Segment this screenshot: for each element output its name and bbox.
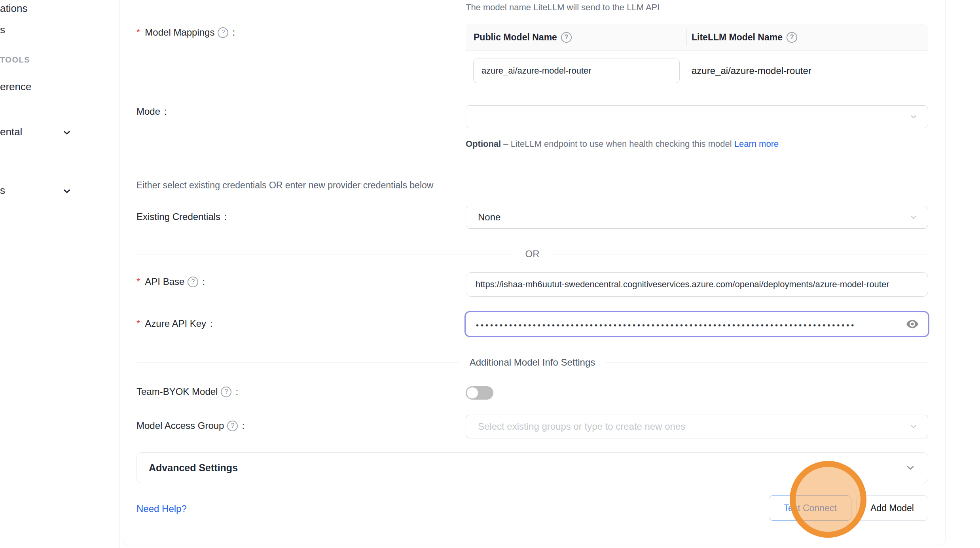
mode-label: Mode: (136, 106, 167, 117)
test-connect-button[interactable]: Test Connect (769, 495, 851, 521)
existing-credentials-label: Existing Credentials: (136, 211, 227, 222)
chevron-down-icon (909, 422, 918, 431)
need-help-link[interactable]: Need Help? (136, 503, 187, 514)
header-divider (686, 28, 687, 46)
sidebar: ations s TOOLS erence ental s (0, 0, 120, 548)
model-access-group-label: Model Access Group ? : (136, 420, 245, 431)
mode-help-text: Optional – LiteLLM endpoint to use when … (466, 136, 806, 152)
sidebar-section-tools: TOOLS (0, 55, 30, 64)
add-model-form-page: ations s TOOLS erence ental s The model … (0, 0, 980, 548)
help-icon[interactable]: ? (218, 27, 228, 38)
sidebar-item-label: ations (0, 2, 27, 14)
api-base-input[interactable]: https://ishaa-mh6uutut-swedencentral.cog… (466, 272, 928, 297)
azure-api-key-input[interactable]: ••••••••••••••••••••••••••••••••••••••••… (464, 311, 929, 337)
chevron-down-icon[interactable] (62, 186, 72, 196)
help-icon[interactable]: ? (787, 32, 797, 43)
model-access-group-select[interactable]: Select existing groups or type to create… (466, 415, 928, 438)
litellm-model-name-header: LiteLLM Model Name ? (692, 24, 797, 51)
chevron-down-icon (905, 462, 916, 473)
api-base-label: * API Base ? : (136, 276, 205, 287)
sidebar-item-2[interactable]: s (0, 24, 5, 36)
sidebar-item-4[interactable]: ental (0, 126, 22, 138)
help-icon[interactable]: ? (561, 32, 572, 43)
team-byok-toggle[interactable] (466, 386, 493, 400)
team-byok-label: Team-BYOK Model ? : (136, 386, 238, 397)
sidebar-item-3[interactable]: erence (0, 81, 32, 93)
required-asterisk: * (136, 27, 140, 38)
model-mappings-table: Public Model Name ? LiteLLM Model Name ?… (466, 24, 928, 90)
sidebar-item-label: s (0, 184, 5, 196)
chevron-down-icon (909, 212, 918, 222)
sidebar-item-label: erence (0, 81, 32, 93)
toggle-knob (467, 387, 478, 398)
azure-api-key-label: * Azure API Key : (136, 318, 213, 329)
existing-credentials-value: None (478, 212, 909, 223)
sidebar-item-label: ental (0, 126, 22, 138)
litellm-model-name-value: azure_ai/azure-model-router (692, 59, 811, 83)
table-row-border (466, 90, 928, 90)
required-asterisk: * (136, 318, 140, 329)
additional-info-divider: Additional Model Info Settings (136, 357, 928, 368)
chevron-down-icon (909, 112, 918, 121)
advanced-settings-title: Advanced Settings (149, 462, 905, 474)
or-divider: OR (136, 248, 928, 260)
model-access-group-placeholder: Select existing groups or type to create… (478, 421, 909, 432)
help-icon[interactable]: ? (221, 387, 231, 397)
public-model-name-input[interactable]: azure_ai/azure-model-router (473, 59, 680, 83)
sidebar-item-label: s (0, 24, 5, 36)
credentials-note: Either select existing credentials OR en… (136, 180, 433, 191)
sidebar-item-5[interactable]: s (0, 184, 5, 197)
public-model-name-header: Public Model Name ? (474, 24, 572, 51)
add-model-button[interactable]: Add Model (856, 495, 928, 521)
sidebar-item-1[interactable]: ations (0, 2, 27, 15)
model-name-helper-text: The model name LiteLLM will send to the … (466, 2, 660, 13)
masked-password-value: ••••••••••••••••••••••••••••••••••••••••… (476, 319, 905, 329)
learn-more-link[interactable]: Learn more (734, 139, 779, 149)
required-asterisk: * (136, 276, 140, 287)
optional-label: Optional (466, 139, 501, 149)
table-header-row: Public Model Name ? LiteLLM Model Name ? (466, 24, 928, 51)
eye-icon[interactable] (905, 317, 919, 331)
help-icon[interactable]: ? (188, 277, 198, 287)
mode-select[interactable] (466, 105, 928, 128)
model-mappings-label: * Model Mappings ? : (136, 27, 235, 38)
chevron-down-icon[interactable] (62, 127, 72, 138)
existing-credentials-select[interactable]: None (466, 206, 928, 229)
advanced-settings-panel[interactable]: Advanced Settings (136, 452, 928, 483)
help-icon[interactable]: ? (227, 421, 238, 431)
